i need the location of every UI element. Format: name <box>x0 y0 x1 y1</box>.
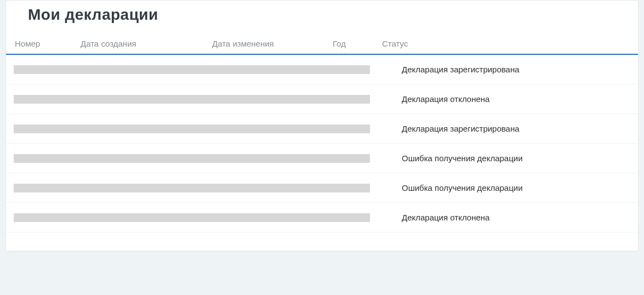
row-status: Ошибка получения декларации <box>381 154 630 163</box>
row-data-placeholder <box>14 213 381 222</box>
col-modified[interactable]: Дата изменения <box>211 39 332 48</box>
loading-bar <box>14 154 370 163</box>
table-row[interactable]: Декларация отклонена <box>6 203 638 232</box>
row-data-placeholder <box>14 184 381 192</box>
col-created[interactable]: Дата создания <box>79 39 211 48</box>
loading-bar <box>14 124 370 133</box>
row-status: Ошибка получения декларации <box>381 183 630 192</box>
col-number[interactable]: Номер <box>14 39 79 48</box>
loading-bar <box>14 95 370 104</box>
row-data-placeholder <box>14 124 381 133</box>
col-status[interactable]: Статус <box>381 39 630 48</box>
loading-bar <box>14 65 370 74</box>
row-status: Декларация зарегистрирована <box>381 65 630 74</box>
page-title: Мои декларации <box>6 1 638 35</box>
row-data-placeholder <box>14 154 381 163</box>
table-row[interactable]: Декларация отклонена <box>6 84 638 114</box>
row-status: Декларация отклонена <box>381 213 630 222</box>
table-row[interactable]: Декларация зарегистрирована <box>6 114 638 144</box>
declarations-panel: Мои декларации Номер Дата создания Дата … <box>5 0 639 252</box>
col-year[interactable]: Год <box>332 39 381 48</box>
row-status: Декларация отклонена <box>381 94 630 104</box>
row-data-placeholder <box>14 95 381 104</box>
table-footer-spacer <box>6 232 638 251</box>
row-status: Декларация зарегистрирована <box>381 124 630 133</box>
table-row[interactable]: Ошибка получения декларации <box>6 144 638 173</box>
row-data-placeholder <box>14 65 381 74</box>
loading-bar <box>14 184 370 192</box>
table-row[interactable]: Ошибка получения декларации <box>6 173 638 203</box>
table-row[interactable]: Декларация зарегистрирована <box>6 55 638 84</box>
loading-bar <box>14 213 370 222</box>
table-header: Номер Дата создания Дата изменения Год С… <box>6 35 638 55</box>
